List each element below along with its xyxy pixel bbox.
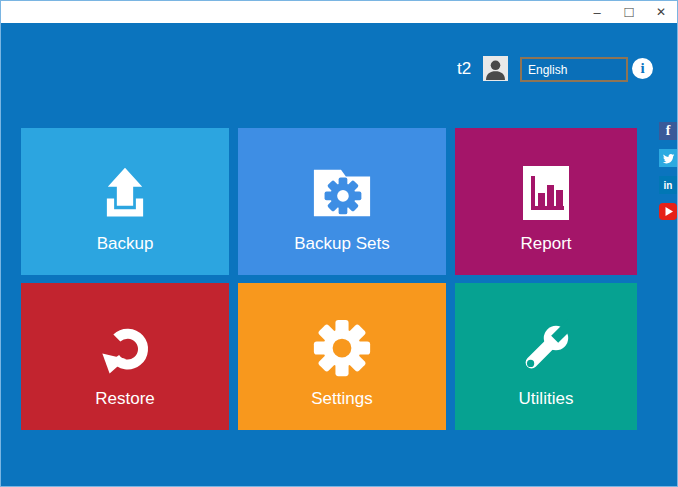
gear-icon <box>312 318 372 378</box>
twitter-icon[interactable] <box>659 149 677 167</box>
tile-settings[interactable]: Settings <box>238 283 446 430</box>
tile-utilities[interactable]: Utilities <box>455 283 637 430</box>
upload-icon <box>96 163 154 223</box>
language-select[interactable]: English <box>520 57 628 82</box>
maximize-button[interactable]: □ <box>613 1 645 23</box>
facebook-icon[interactable]: f <box>659 122 677 140</box>
user-avatar[interactable] <box>483 56 508 81</box>
social-links: f in <box>659 122 677 229</box>
tile-restore[interactable]: Restore <box>21 283 229 430</box>
person-icon <box>483 56 508 81</box>
app-window: – □ ✕ t2 English i <box>0 0 678 487</box>
restore-arrow-icon <box>96 318 154 378</box>
tile-grid: Backup Bac <box>21 128 637 430</box>
linkedin-glyph: in <box>664 180 673 191</box>
tile-backup[interactable]: Backup <box>21 128 229 275</box>
tile-label: Utilities <box>519 389 574 409</box>
youtube-icon[interactable] <box>659 203 677 220</box>
tile-report[interactable]: Report <box>455 128 637 275</box>
bar-chart-icon <box>523 163 569 223</box>
tile-label: Backup Sets <box>294 234 389 254</box>
wrench-icon <box>517 318 575 378</box>
folder-gear-icon <box>311 163 373 223</box>
tile-label: Settings <box>311 389 372 409</box>
tile-backup-sets[interactable]: Backup Sets <box>238 128 446 275</box>
tile-label: Backup <box>97 234 154 254</box>
twitter-bird <box>662 152 675 165</box>
main-content: t2 English i Backup <box>1 23 677 486</box>
tile-label: Report <box>520 234 571 254</box>
linkedin-icon[interactable]: in <box>659 176 677 194</box>
youtube-play-glyph <box>659 203 677 220</box>
language-value: English <box>528 63 567 77</box>
tile-label: Restore <box>95 389 155 409</box>
username-label: t2 <box>457 59 471 79</box>
close-button[interactable]: ✕ <box>645 1 677 23</box>
minimize-button[interactable]: – <box>581 1 613 23</box>
info-icon: i <box>640 61 644 76</box>
facebook-glyph: f <box>666 123 671 139</box>
info-button[interactable]: i <box>632 58 653 79</box>
window-titlebar: – □ ✕ <box>1 1 677 23</box>
